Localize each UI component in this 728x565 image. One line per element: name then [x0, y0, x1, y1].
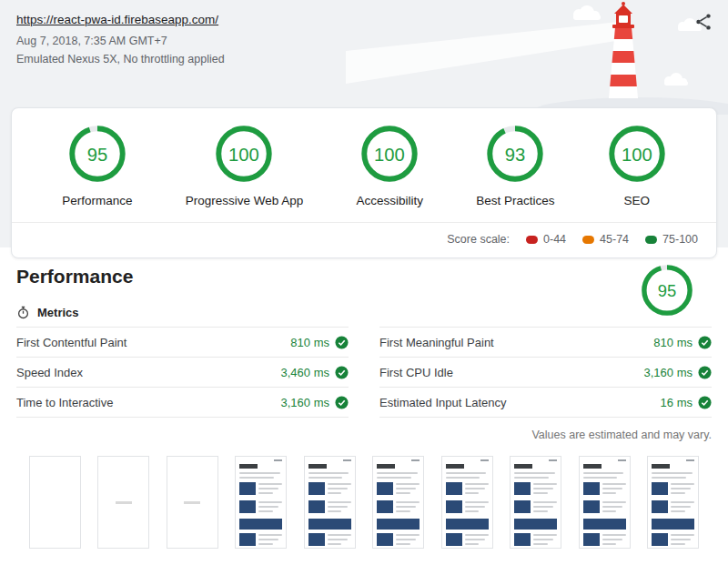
- thumb-text-line: [308, 477, 343, 479]
- thumb-image-block: [239, 500, 256, 513]
- score-gauge-best-practices[interactable]: 93 Best Practices: [476, 125, 554, 207]
- timer-icon: [16, 306, 30, 319]
- thumb-status-bar: [446, 459, 489, 461]
- thumb-article-card: [239, 482, 282, 497]
- scale-range-average: 45-74: [582, 233, 629, 246]
- filmstrip-frame: [167, 456, 218, 549]
- performance-title: Performance: [16, 266, 712, 288]
- performance-score-gauge: 95: [641, 264, 693, 317]
- thumb-article-card: [514, 533, 557, 548]
- score-gauge-pwa[interactable]: 100 Progressive Web App: [186, 125, 304, 207]
- thumb-text-line: [308, 472, 349, 474]
- gauge-ring: 100: [608, 125, 666, 183]
- filmstrip-frame: [510, 456, 561, 549]
- thumb-article-card: [377, 482, 420, 497]
- share-button[interactable]: [690, 9, 717, 36]
- report-environment: Emulated Nexus 5X, No throttling applied: [16, 53, 225, 66]
- score-gauge-accessibility[interactable]: 100 Accessibility: [357, 125, 424, 207]
- thumb-text-line: [239, 472, 280, 474]
- score-gauge-performance[interactable]: 95 Performance: [62, 125, 132, 207]
- pass-check-icon: [335, 396, 349, 409]
- score-label: Progressive Web App: [186, 194, 304, 207]
- metric-value: 3,460 ms: [281, 366, 349, 379]
- svg-text:93: 93: [505, 145, 526, 165]
- fail-dot-icon: [526, 236, 538, 244]
- thumb-hero-image: [514, 519, 557, 530]
- thumb-article-card: [583, 500, 626, 515]
- thumb-hero-image: [239, 519, 282, 530]
- thumb-article-card: [583, 533, 626, 548]
- filmstrip-frame: [441, 456, 493, 549]
- thumb-image-block: [652, 533, 668, 546]
- thumb-article-card: [514, 482, 557, 497]
- thumb-logo: [514, 464, 532, 469]
- pass-check-icon: [335, 366, 349, 379]
- thumb-splash-text: [116, 501, 132, 504]
- thumb-image-block: [308, 500, 325, 513]
- thumb-hero-image: [308, 519, 351, 530]
- thumb-page-mock: [648, 457, 698, 549]
- metrics-heading-row: Metrics: [16, 306, 712, 319]
- score-scale: Score scale: 0-44 45-74 75-100: [12, 222, 716, 257]
- thumb-text-line: [583, 477, 618, 479]
- thumb-image-block: [377, 500, 393, 513]
- metric-row-time-to-interactive: Time to Interactive 3,160 ms: [16, 387, 349, 418]
- report-url-link[interactable]: https://react-pwa-id.firebaseapp.com/: [16, 13, 218, 26]
- thumb-image-block: [377, 533, 393, 546]
- thumb-text-line: [446, 472, 487, 474]
- thumb-image-block: [583, 482, 600, 495]
- thumb-status-bar: [308, 459, 351, 461]
- thumb-article-card: [308, 500, 351, 515]
- thumb-article-card: [377, 500, 420, 515]
- thumb-article-card: [308, 482, 351, 497]
- thumb-image-block: [652, 500, 668, 513]
- thumb-article-card: [377, 533, 420, 548]
- svg-text:95: 95: [658, 281, 676, 300]
- score-label: Best Practices: [476, 194, 554, 207]
- pass-check-icon: [335, 336, 349, 349]
- metric-value-text: 16 ms: [661, 396, 693, 409]
- thumb-text-line: [377, 477, 411, 479]
- metric-value: 810 ms: [653, 336, 712, 349]
- thumb-article-card: [652, 482, 694, 497]
- thumb-text-line: [652, 477, 686, 479]
- metrics-disclaimer: Values are estimated and may vary.: [16, 429, 712, 441]
- gauge-ring: 100: [360, 125, 419, 183]
- thumb-status-bar: [514, 459, 557, 461]
- metric-value-text: 810 ms: [290, 336, 329, 349]
- thumb-article-card: [446, 533, 489, 548]
- score-scale-label: Score scale:: [447, 233, 510, 246]
- metrics-grid: First Contentful Paint 810 ms First Mean…: [16, 327, 712, 418]
- share-icon: [693, 12, 713, 32]
- thumb-logo: [308, 464, 327, 469]
- thumb-logo: [583, 464, 602, 469]
- metric-row-first-meaningful-paint: First Meaningful Paint 810 ms: [379, 327, 712, 357]
- light-beam: [346, 22, 622, 84]
- score-gauges-row: 95 Performance 100 Progressive Web App 1…: [12, 108, 716, 207]
- thumb-text-line: [583, 472, 624, 474]
- metric-row-first-cpu-idle: First CPU Idle 3,160 ms: [379, 357, 712, 387]
- thumb-status-bar: [239, 459, 282, 461]
- thumb-article-card: [583, 482, 626, 497]
- report-header: https://react-pwa-id.firebaseapp.com/ Au…: [0, 0, 728, 247]
- metric-name: Speed Index: [16, 366, 83, 379]
- metric-value: 16 ms: [661, 396, 712, 409]
- thumb-image-block: [583, 533, 600, 546]
- filmstrip-frame: [304, 456, 356, 549]
- scale-range-text: 45-74: [600, 233, 629, 246]
- metric-row-first-contentful-paint: First Contentful Paint 810 ms: [16, 327, 349, 357]
- thumb-article-card: [514, 500, 557, 515]
- cloud-icons: [573, 5, 702, 86]
- thumb-text-line: [514, 477, 549, 479]
- thumb-status-bar: [583, 459, 626, 461]
- thumb-page-mock: [305, 457, 355, 549]
- thumb-page-mock: [442, 457, 492, 549]
- metric-value-text: 3,460 ms: [281, 366, 329, 379]
- thumb-image-block: [446, 500, 462, 513]
- score-summary-card: 95 Performance 100 Progressive Web App 1…: [11, 107, 717, 258]
- score-gauge-seo[interactable]: 100 SEO: [608, 125, 666, 207]
- thumb-image-block: [514, 482, 531, 495]
- filmstrip-frame: [97, 456, 149, 549]
- performance-section: Performance 95 Metrics First Contentful …: [0, 247, 728, 549]
- thumb-status-bar: [377, 459, 420, 461]
